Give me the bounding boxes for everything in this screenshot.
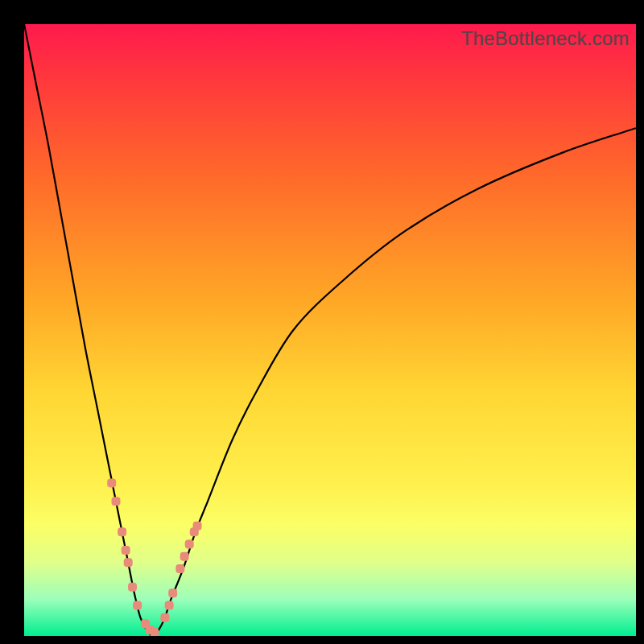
curve-marker (168, 588, 177, 597)
curve-marker (122, 546, 130, 555)
curve-marker (118, 527, 126, 536)
curve-marker (193, 522, 202, 530)
watermark-text: TheBottleneck.com (461, 27, 630, 50)
marker-group (107, 479, 201, 637)
curve-marker (128, 583, 137, 592)
curve-marker (150, 628, 159, 636)
curve-marker (165, 601, 174, 610)
curve-marker (180, 552, 189, 561)
plot-area: TheBottleneck.com (24, 24, 636, 636)
curve-line (24, 24, 636, 636)
chart-frame: TheBottleneck.com (0, 0, 644, 644)
bottleneck-curve (24, 24, 636, 636)
curve-marker (112, 497, 121, 506)
curve-marker (175, 564, 184, 573)
curve-marker (160, 613, 169, 622)
curve-marker (185, 540, 194, 549)
curve-marker (124, 558, 133, 567)
curve-marker (107, 479, 116, 488)
curve-marker (133, 601, 142, 610)
